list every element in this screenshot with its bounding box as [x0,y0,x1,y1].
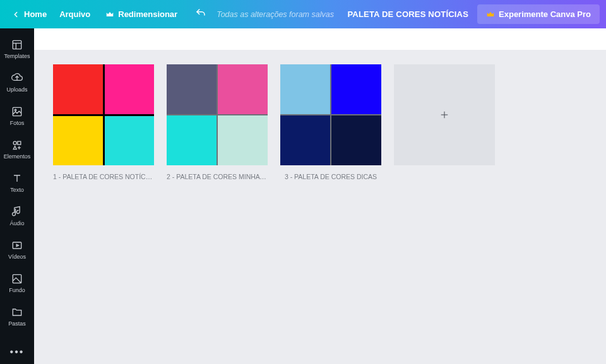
color-swatch [167,64,217,114]
page-thumbnail-1[interactable]: 1 - PALETA DE CORES NOTÍCIAS [53,64,154,180]
save-status: Todas as alterações foram salvas [217,10,334,19]
chevron-left-icon [11,10,20,19]
sidebar-item-label: Vídeos [8,254,26,260]
videos-icon [11,239,23,252]
sidebar-item-folders[interactable]: Pastas [0,300,34,333]
photos-icon [11,105,23,118]
canvas-area: 1 - PALETA DE CORES NOTÍCIAS 2 - PALETA … [34,50,606,364]
elements-icon [11,139,23,151]
color-swatch [105,64,155,114]
resize-menu[interactable]: Redimensionar [98,6,185,23]
color-swatch [218,115,268,165]
sidebar-item-templates[interactable]: Templates [0,32,34,66]
color-swatch [53,64,103,114]
page-thumbnail-2[interactable]: 2 - PALETA DE CORES MINHA MAR... [167,64,268,180]
top-bar: Home Arquivo Redimensionar Todas as alte… [0,0,606,28]
page-canvas [167,64,268,165]
svg-marker-8 [16,244,18,246]
file-menu[interactable]: Arquivo [52,6,98,23]
uploads-icon [11,72,23,85]
color-swatch [280,115,330,165]
sidebar-item-label: Áudio [9,221,24,226]
color-swatch [218,64,268,114]
color-swatch [105,116,155,166]
editor-toolbar [34,28,606,50]
undo-button[interactable] [189,4,213,25]
sidebar-item-label: Templates [4,54,30,59]
sidebar-item-photos[interactable]: Fotos [0,99,34,132]
sidebar-item-text[interactable]: Texto [0,166,34,199]
home-label: Home [24,9,47,19]
sidebar-item-elements[interactable]: Elementos [0,132,34,166]
sidebar-item-videos[interactable]: Vídeos [0,233,34,266]
document-title[interactable]: PALETA DE CORES NOTÍCIAS [347,9,468,19]
folders-icon [11,306,23,319]
sidebar-item-label: Elementos [4,154,31,160]
page-thumbnail-3[interactable]: 3 - PALETA DE CORES DICAS [280,64,381,180]
templates-icon [11,38,23,51]
more-icon: ••• [10,346,25,357]
sidebar-item-label: Uploads [6,87,27,93]
color-swatch [167,115,217,165]
svg-rect-6 [18,141,21,144]
color-swatch [280,64,330,114]
plus-icon [439,109,450,120]
page-canvas [53,64,154,165]
page-title-label: 1 - PALETA DE CORES NOTÍCIAS [53,173,154,180]
sidebar-item-uploads[interactable]: Uploads [0,66,34,99]
color-swatch [331,115,381,165]
color-swatch [53,116,103,166]
audio-icon [11,206,23,218]
crown-icon [486,10,495,19]
svg-point-4 [15,109,16,111]
undo-icon [195,8,206,19]
sidebar-item-label: Fundo [9,288,25,293]
add-page-button[interactable] [394,64,495,165]
background-icon [11,273,23,285]
svg-point-5 [13,141,16,144]
left-sidebar: Templates Uploads Fotos Elementos Texto … [0,28,34,364]
sidebar-item-audio[interactable]: Áudio [0,199,34,233]
sidebar-item-label: Pastas [8,321,26,327]
resize-label: Redimensionar [118,9,177,19]
try-pro-label: Experimente Canva Pro [499,9,591,19]
sidebar-item-label: Fotos [10,120,25,126]
sidebar-item-label: Texto [10,187,24,193]
page-title-label: 3 - PALETA DE CORES DICAS [285,173,377,180]
text-icon [11,172,23,185]
svg-rect-7 [13,242,21,249]
svg-rect-0 [13,40,21,49]
crown-icon [105,10,114,19]
home-button[interactable]: Home [6,6,52,23]
page-canvas [280,64,381,165]
sidebar-item-background[interactable]: Fundo [0,266,34,300]
page-title-label: 2 - PALETA DE CORES MINHA MAR... [167,173,268,180]
try-pro-button[interactable]: Experimente Canva Pro [477,4,600,24]
color-swatch [331,64,381,114]
sidebar-more-button[interactable]: ••• [10,338,25,364]
